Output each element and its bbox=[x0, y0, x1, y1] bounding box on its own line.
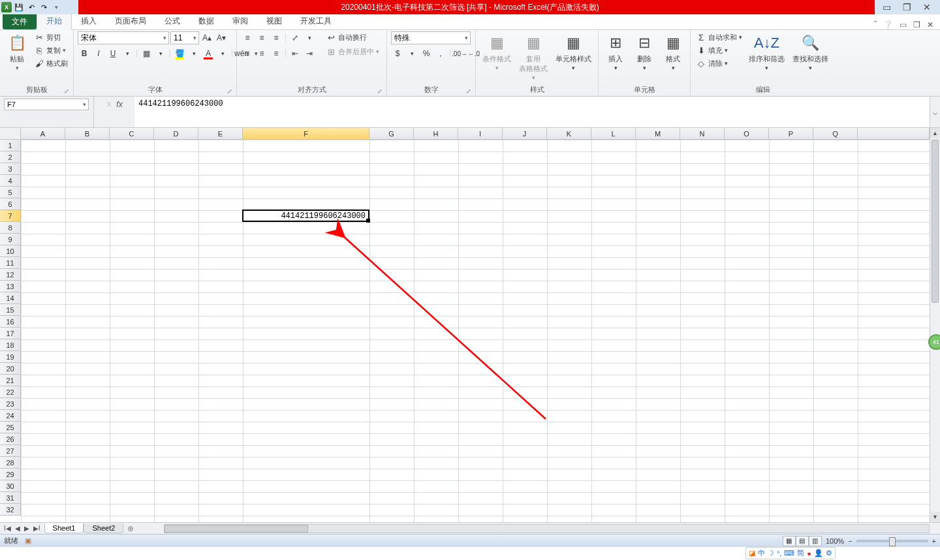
hscroll-thumb[interactable] bbox=[164, 525, 308, 533]
currency-dropdown[interactable]: ▾ bbox=[405, 47, 418, 60]
formula-input[interactable]: 441421199606243000 bbox=[134, 97, 930, 127]
ime-punct-icon[interactable]: °, bbox=[777, 550, 781, 557]
align-right-icon[interactable]: ≡ bbox=[270, 47, 283, 60]
increase-decimal-icon[interactable]: .00→ bbox=[453, 47, 466, 60]
col-header-overflow[interactable] bbox=[858, 128, 930, 140]
delete-cells-button[interactable]: ⊟删除▾ bbox=[631, 31, 657, 72]
row-header-25[interactable]: 25 bbox=[0, 422, 21, 433]
formula-expand-icon[interactable]: ⌵ bbox=[930, 97, 940, 127]
copy-button[interactable]: ⎘复制▾ bbox=[33, 44, 69, 56]
tab-file[interactable]: 文件 bbox=[3, 14, 37, 29]
find-select-button[interactable]: 🔍查找和选择▾ bbox=[790, 31, 831, 72]
select-all-corner[interactable] bbox=[0, 128, 21, 140]
ime-toolbar[interactable]: ◪ 中 ☽ °, ⌨ 简 ● 👤 ⚙ bbox=[745, 547, 836, 559]
clear-button[interactable]: ◇清除▾ bbox=[695, 57, 744, 69]
row-header-15[interactable]: 15 bbox=[0, 304, 21, 316]
sheet-last-icon[interactable]: ▶I bbox=[32, 525, 42, 532]
col-header-A[interactable]: A bbox=[21, 128, 65, 140]
decrease-indent-icon[interactable]: ⇤ bbox=[289, 47, 302, 60]
col-header-I[interactable]: I bbox=[458, 128, 503, 140]
row-header-22[interactable]: 22 bbox=[0, 386, 21, 398]
font-color-button[interactable]: A bbox=[202, 47, 215, 60]
bold-button[interactable]: B bbox=[78, 47, 91, 60]
cancel-formula-icon[interactable]: ✕ bbox=[106, 100, 112, 109]
help-icon[interactable]: ❔ bbox=[883, 20, 893, 29]
ime-rec-icon[interactable]: ● bbox=[807, 550, 811, 557]
sheet-tab-2[interactable]: Sheet2 bbox=[84, 523, 123, 533]
font-size-combo[interactable]: 11 bbox=[170, 31, 199, 44]
normal-view-icon[interactable]: ▦ bbox=[783, 536, 796, 546]
row-header-4[interactable]: 4 bbox=[0, 175, 21, 187]
side-badge[interactable]: 41 bbox=[928, 334, 940, 350]
cell-styles-button[interactable]: ▦单元格样式▾ bbox=[553, 31, 594, 72]
paste-button[interactable]: 📋 粘贴 ▾ bbox=[4, 31, 30, 72]
zoom-level[interactable]: 100% bbox=[826, 537, 844, 545]
minimize-button[interactable]: ▭ bbox=[883, 2, 891, 12]
redo-icon[interactable]: ↷ bbox=[39, 2, 49, 12]
name-box[interactable]: F7 bbox=[4, 99, 89, 110]
col-header-L[interactable]: L bbox=[591, 128, 636, 140]
row-header-17[interactable]: 17 bbox=[0, 328, 21, 339]
row-header-8[interactable]: 8 bbox=[0, 222, 21, 234]
row-header-1[interactable]: 1 bbox=[0, 140, 21, 151]
row-header-31[interactable]: 31 bbox=[0, 492, 21, 504]
fx-icon[interactable]: fx bbox=[116, 100, 122, 109]
align-middle-icon[interactable]: ≡ bbox=[255, 31, 268, 44]
underline-dropdown[interactable]: ▾ bbox=[121, 47, 134, 60]
sheet-first-icon[interactable]: I◀ bbox=[3, 525, 12, 532]
scroll-down-icon[interactable]: ▼ bbox=[930, 512, 940, 522]
cells-area[interactable]: 441421199606243000 bbox=[21, 140, 930, 522]
format-table-button[interactable]: ▦套用 表格格式▾ bbox=[516, 31, 550, 82]
save-icon[interactable]: 💾 bbox=[14, 2, 24, 12]
ime-lang[interactable]: 中 bbox=[758, 548, 765, 558]
col-header-M[interactable]: M bbox=[636, 128, 680, 140]
italic-button[interactable]: I bbox=[92, 47, 105, 60]
row-header-27[interactable]: 27 bbox=[0, 445, 21, 457]
row-header-23[interactable]: 23 bbox=[0, 398, 21, 410]
comma-button[interactable]: , bbox=[434, 47, 447, 60]
row-header-14[interactable]: 14 bbox=[0, 292, 21, 304]
vertical-scrollbar[interactable]: ▲ ▼ bbox=[930, 128, 940, 522]
close-button[interactable]: ✕ bbox=[923, 2, 931, 12]
tab-review[interactable]: 审阅 bbox=[223, 13, 257, 29]
ime-settings-icon[interactable]: ⚙ bbox=[826, 549, 832, 557]
row-header-18[interactable]: 18 bbox=[0, 339, 21, 351]
col-header-F[interactable]: F bbox=[243, 128, 369, 140]
doc-restore-icon[interactable]: ❐ bbox=[913, 20, 920, 29]
row-header-26[interactable]: 26 bbox=[0, 433, 21, 445]
align-expand-icon[interactable]: ⤢ bbox=[377, 88, 383, 95]
row-header-7[interactable]: 7 bbox=[0, 210, 21, 222]
tab-insert[interactable]: 插入 bbox=[72, 13, 106, 29]
row-header-10[interactable]: 10 bbox=[0, 245, 21, 257]
col-header-H[interactable]: H bbox=[414, 128, 458, 140]
row-header-16[interactable]: 16 bbox=[0, 316, 21, 328]
row-header-2[interactable]: 2 bbox=[0, 151, 21, 163]
sort-filter-button[interactable]: A↓Z排序和筛选▾ bbox=[746, 31, 787, 72]
new-sheet-icon[interactable]: ⊕ bbox=[123, 524, 138, 533]
align-top-icon[interactable]: ≡ bbox=[241, 31, 254, 44]
row-header-11[interactable]: 11 bbox=[0, 257, 21, 269]
increase-indent-icon[interactable]: ⇥ bbox=[303, 47, 316, 60]
percent-button[interactable]: % bbox=[420, 47, 433, 60]
border-dropdown[interactable]: ▾ bbox=[154, 47, 167, 60]
number-expand-icon[interactable]: ⤢ bbox=[466, 88, 471, 95]
fill-color-button[interactable]: 🪣 bbox=[173, 47, 186, 60]
row-header-29[interactable]: 29 bbox=[0, 469, 21, 480]
row-header-13[interactable]: 13 bbox=[0, 281, 21, 292]
orientation-button[interactable]: ⤢ bbox=[289, 31, 302, 44]
ime-keyboard-icon[interactable]: ⌨ bbox=[784, 549, 794, 557]
sheet-tab-1[interactable]: Sheet1 bbox=[44, 523, 84, 533]
ime-moon-icon[interactable]: ☽ bbox=[768, 549, 774, 557]
zoom-out-icon[interactable]: − bbox=[848, 537, 852, 545]
font-expand-icon[interactable]: ⤢ bbox=[227, 88, 232, 95]
sheet-next-icon[interactable]: ▶ bbox=[23, 525, 31, 532]
align-left-icon[interactable]: ≡ bbox=[241, 47, 254, 60]
tab-page-layout[interactable]: 页面布局 bbox=[106, 13, 155, 29]
col-header-J[interactable]: J bbox=[503, 128, 547, 140]
fill-color-dropdown[interactable]: ▾ bbox=[187, 47, 200, 60]
tab-formulas[interactable]: 公式 bbox=[155, 13, 189, 29]
row-header-19[interactable]: 19 bbox=[0, 351, 21, 363]
undo-icon[interactable]: ↶ bbox=[26, 2, 37, 12]
row-header-24[interactable]: 24 bbox=[0, 410, 21, 422]
ime-user-icon[interactable]: 👤 bbox=[814, 549, 823, 557]
